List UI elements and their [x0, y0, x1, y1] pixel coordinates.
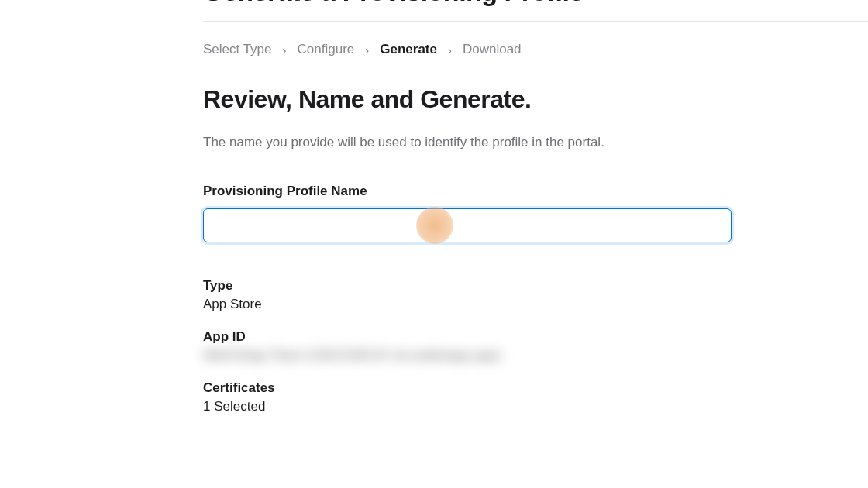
chevron-right-icon: › [283, 43, 287, 57]
certificates-value: 1 Selected [203, 399, 868, 414]
certificates-label: Certificates [203, 380, 868, 396]
chevron-right-icon: › [365, 43, 369, 57]
breadcrumb-step-download: Download [463, 42, 522, 57]
profile-name-label: Provisioning Profile Name [203, 184, 868, 199]
app-id-value: WebToApp Team (C8XJCMXJX me.webtoapp.app… [203, 348, 868, 363]
breadcrumb-step-generate: Generate [380, 42, 437, 57]
summary-type: Type App Store [203, 278, 868, 312]
breadcrumb-step-select-type[interactable]: Select Type [203, 42, 272, 57]
page-title: Generate a Provisioning Profile [203, 0, 868, 7]
type-value: App Store [203, 297, 868, 312]
summary-certificates: Certificates 1 Selected [203, 380, 868, 414]
app-id-label: App ID [203, 329, 868, 345]
chevron-right-icon: › [448, 43, 452, 57]
divider [203, 21, 868, 22]
breadcrumb: Select Type › Configure › Generate › Dow… [203, 42, 868, 57]
section-description: The name you provide will be used to ide… [203, 132, 868, 153]
summary-app-id: App ID WebToApp Team (C8XJCMXJX me.webto… [203, 329, 868, 363]
type-label: Type [203, 278, 868, 294]
breadcrumb-step-configure[interactable]: Configure [298, 42, 355, 57]
profile-name-input[interactable] [203, 208, 732, 242]
section-heading: Review, Name and Generate. [203, 85, 868, 114]
